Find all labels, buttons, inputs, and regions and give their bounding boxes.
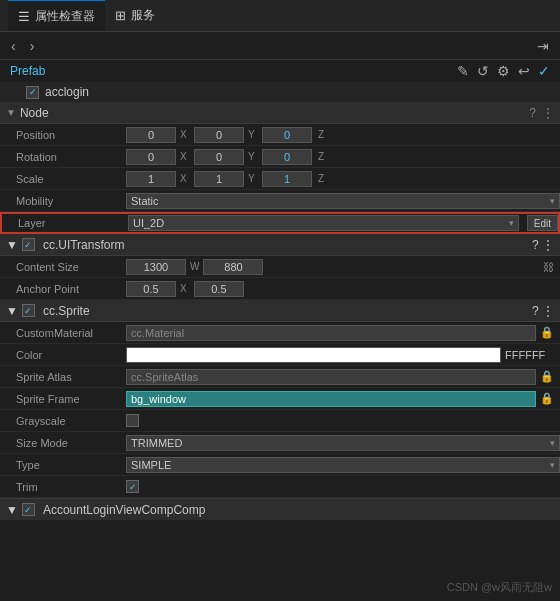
sprite-section-title: cc.Sprite [43, 304, 528, 318]
position-x-input[interactable] [126, 127, 176, 143]
type-value-area: SIMPLE ▾ [126, 457, 560, 473]
mobility-row: Mobility Static ▾ [0, 190, 560, 212]
arrow-icon-button[interactable]: ⇥ [532, 36, 554, 56]
prefab-settings-icon[interactable]: ⚙ [497, 63, 510, 79]
scale-row: Scale X Y Z [0, 168, 560, 190]
tab-services[interactable]: ⊞ 服务 [105, 0, 165, 31]
anchor-point-row: Anchor Point X [0, 278, 560, 300]
grayscale-label: Grayscale [16, 415, 126, 427]
node-enabled-checkbox[interactable]: ✓ [26, 86, 39, 99]
sprite-arrow-icon: ▼ [6, 304, 18, 318]
toolbar: ‹ › ⇥ [0, 32, 560, 60]
custom-material-value-area: cc.Material 🔒 [126, 325, 560, 341]
position-label: Position [16, 129, 126, 141]
uitransform-enabled-checkbox[interactable]: ✓ [22, 238, 35, 251]
size-mode-label: Size Mode [16, 437, 126, 449]
type-dropdown[interactable]: SIMPLE ▾ [126, 457, 560, 473]
uitransform-more-icon[interactable]: ⋮ [542, 238, 554, 252]
layer-edit-button[interactable]: Edit [527, 215, 558, 231]
back-button[interactable]: ‹ [6, 36, 21, 56]
sprite-atlas-field[interactable]: cc.SpriteAtlas [126, 369, 536, 385]
node-section-actions: ? ⋮ [529, 106, 554, 120]
position-z-input[interactable] [262, 127, 312, 143]
rotation-x-input[interactable] [126, 149, 176, 165]
forward-button[interactable]: › [25, 36, 40, 56]
custom-material-row: CustomMaterial cc.Material 🔒 [0, 322, 560, 344]
node-arrow-icon: ▼ [6, 107, 16, 118]
color-label: Color [16, 349, 126, 361]
prefab-confirm-icon[interactable]: ✓ [538, 63, 550, 79]
scale-y-input[interactable] [194, 171, 244, 187]
prefab-undo-icon[interactable]: ↩ [518, 63, 530, 79]
sprite-frame-value-area: bg_window 🔒 [126, 391, 560, 407]
type-value: SIMPLE [131, 459, 171, 471]
uitransform-section-title: cc.UITransform [43, 238, 528, 252]
content-size-h-input[interactable] [203, 259, 263, 275]
cc-uitransform-section-header[interactable]: ▼ ✓ cc.UITransform ? ⋮ [0, 234, 560, 256]
scale-x-input[interactable] [126, 171, 176, 187]
color-rect[interactable] [126, 347, 501, 363]
uitransform-question-icon[interactable]: ? [532, 238, 539, 252]
sprite-atlas-lock-icon: 🔒 [540, 370, 554, 383]
anchor-y-input[interactable] [194, 281, 244, 297]
sprite-section-actions: ? ⋮ [532, 304, 554, 318]
layer-label: Layer [18, 217, 128, 229]
sprite-more-icon[interactable]: ⋮ [542, 304, 554, 318]
tab-bar: ☰ 属性检查器 ⊞ 服务 [0, 0, 560, 32]
rotation-y-input[interactable] [194, 149, 244, 165]
mobility-dropdown[interactable]: Static ▾ [126, 193, 560, 209]
sprite-enabled-checkbox[interactable]: ✓ [22, 304, 35, 317]
prefab-row: Prefab ✎ ↺ ⚙ ↩ ✓ [0, 60, 560, 82]
rotation-row: Rotation X Y Z [0, 146, 560, 168]
mobility-value: Static [131, 195, 159, 207]
custom-material-label: CustomMaterial [16, 327, 126, 339]
anchor-x-input[interactable] [126, 281, 176, 297]
content-size-label: Content Size [16, 261, 126, 273]
account-login-enabled-checkbox[interactable]: ✓ [22, 503, 35, 516]
position-y-input[interactable] [194, 127, 244, 143]
rotation-z-label: Z [318, 151, 324, 162]
tab-properties[interactable]: ☰ 属性检查器 [8, 0, 105, 31]
grayscale-value-area [126, 414, 560, 427]
account-login-section-header[interactable]: ▼ ✓ AccountLoginViewCompComp [0, 498, 560, 520]
watermark-text: CSDN @w风雨无阻w [447, 580, 552, 595]
rotation-values: X Y Z [126, 149, 560, 165]
sprite-question-icon[interactable]: ? [532, 304, 539, 318]
custom-material-field[interactable]: cc.Material [126, 325, 536, 341]
prefab-link-icon[interactable]: ✎ [457, 63, 469, 79]
content-size-values: W ⛓ [126, 259, 560, 275]
layer-value-area: UI_2D ▾ Edit [128, 215, 558, 231]
prefab-refresh-icon[interactable]: ↺ [477, 63, 489, 79]
rotation-y-label: Y [248, 151, 258, 162]
account-login-section-title: AccountLoginViewCompComp [43, 503, 206, 517]
sprite-atlas-row: Sprite Atlas cc.SpriteAtlas 🔒 [0, 366, 560, 388]
position-values: X Y Z [126, 127, 560, 143]
node-question-icon[interactable]: ? [529, 106, 536, 120]
custom-material-lock-icon: 🔒 [540, 326, 554, 339]
color-field: FFFFFF [126, 347, 560, 363]
lock-icon[interactable]: ⛓ [543, 261, 554, 273]
node-section-header[interactable]: ▼ Node ? ⋮ [0, 102, 560, 124]
trim-checkbox[interactable]: ✓ [126, 480, 139, 493]
cc-sprite-section-header[interactable]: ▼ ✓ cc.Sprite ? ⋮ [0, 300, 560, 322]
node-more-icon[interactable]: ⋮ [542, 106, 554, 120]
scale-z-label: Z [318, 173, 324, 184]
sprite-frame-row: Sprite Frame bg_window 🔒 [0, 388, 560, 410]
grayscale-checkbox[interactable] [126, 414, 139, 427]
custom-material-value: cc.Material [131, 327, 184, 339]
sprite-frame-field[interactable]: bg_window [126, 391, 536, 407]
grayscale-row: Grayscale [0, 410, 560, 432]
sprite-atlas-label: Sprite Atlas [16, 371, 126, 383]
uitransform-arrow-icon: ▼ [6, 238, 18, 252]
scale-z-input[interactable] [262, 171, 312, 187]
type-arrow: ▾ [550, 460, 555, 470]
rotation-z-input[interactable] [262, 149, 312, 165]
tab-services-label: 服务 [131, 7, 155, 24]
mobility-value-area: Static ▾ [126, 193, 560, 209]
size-mode-dropdown[interactable]: TRIMMED ▾ [126, 435, 560, 451]
anchor-x-label: X [180, 283, 190, 294]
content-size-w-input[interactable] [126, 259, 186, 275]
trim-label: Trim [16, 481, 126, 493]
layer-dropdown[interactable]: UI_2D ▾ [128, 215, 519, 231]
size-mode-arrow: ▾ [550, 438, 555, 448]
